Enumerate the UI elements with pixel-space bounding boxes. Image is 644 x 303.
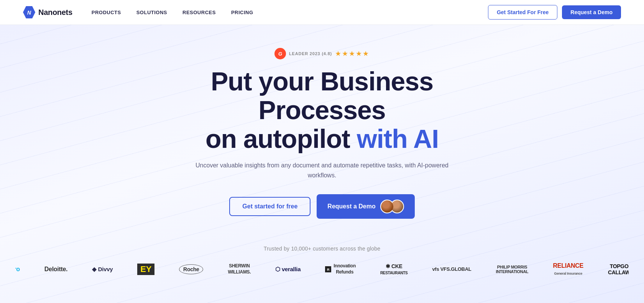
deloitte-logo: Deloitte. xyxy=(44,266,67,273)
avatar-group xyxy=(380,200,404,213)
list-item: RELIANCEGeneral Insurance xyxy=(541,262,596,276)
topgolf-logo: TOPGOLFCALLAWAY xyxy=(608,263,629,275)
reliance-logo: RELIANCEGeneral Insurance xyxy=(553,262,583,276)
ey-logo: EY xyxy=(137,264,154,275)
hero-subtitle: Uncover valuable insights from any docum… xyxy=(192,161,452,180)
hero-title: Put your Business Processes on autopilot… xyxy=(150,67,495,153)
hero-demo-label: Request a Demo xyxy=(327,203,375,210)
divvy-logo: ◆ Divvy xyxy=(92,266,113,273)
list-item: Roche xyxy=(167,264,215,274)
list-item: ◆ Divvy xyxy=(80,266,125,273)
navbar-left: N Nanonets PRODUCTS SOLUTIONS RESOURCES … xyxy=(23,6,253,18)
nav-solutions[interactable]: SOLUTIONS xyxy=(136,10,167,15)
logo-link[interactable]: N Nanonets xyxy=(23,6,72,18)
list-item: PHILIP MORRISINTERNATIONAL xyxy=(483,265,540,274)
get-started-free-button[interactable]: Get Started For Free xyxy=(488,5,557,20)
hero-content: G LEADER 2023 (4.8) ★★★★★ Put your Busin… xyxy=(150,48,495,234)
list-item: R InnovationRefunds xyxy=(313,263,368,275)
nav-links: PRODUCTS SOLUTIONS RESOURCES PRICING xyxy=(92,10,253,15)
logo-text: Nanonets xyxy=(38,8,72,17)
list-item: EY xyxy=(125,264,167,275)
logos-strip: xero Deloitte. ◆ Divvy EY Roche SHERWINW… xyxy=(15,262,629,276)
list-item: TOPGOLFCALLAWAY xyxy=(596,263,629,275)
roche-logo: Roche xyxy=(179,264,203,274)
list-item: Deloitte. xyxy=(32,266,80,273)
philipmorris-logo: PHILIP MORRISINTERNATIONAL xyxy=(496,265,528,274)
xero-logo: xero xyxy=(15,266,20,273)
list-item: ✱ CKERESTAURANTS xyxy=(368,263,420,275)
hero-section: G LEADER 2023 (4.8) ★★★★★ Put your Busin… xyxy=(0,25,644,303)
list-item: vfs VFS.GLOBAL xyxy=(420,266,483,272)
navbar: N Nanonets PRODUCTS SOLUTIONS RESOURCES … xyxy=(0,0,644,25)
avatar-image-1 xyxy=(381,200,393,213)
hero-title-line1: Put your Business Processes xyxy=(211,67,433,124)
svg-text:N: N xyxy=(27,10,31,16)
hero-title-ai: with AI xyxy=(357,124,439,153)
nav-products[interactable]: PRODUCTS xyxy=(92,10,121,15)
verallia-logo: ⬡ verallia xyxy=(275,266,301,273)
g2-badge: G LEADER 2023 (4.8) ★★★★★ xyxy=(274,48,370,59)
request-demo-button-nav[interactable]: Request a Demo xyxy=(562,5,621,19)
innovation-logo: R InnovationRefunds xyxy=(325,263,356,275)
nav-resources[interactable]: RESOURCES xyxy=(182,10,216,15)
navbar-right: Get Started For Free Request a Demo xyxy=(488,5,621,20)
hero-cta-buttons: Get started for free Request a Demo xyxy=(150,194,495,219)
hero-title-line2: on autopilot xyxy=(205,124,357,153)
svg-text:R: R xyxy=(327,268,330,272)
trusted-section: Trusted by 10,000+ customers across the … xyxy=(8,234,636,292)
hero-request-demo-button[interactable]: Request a Demo xyxy=(317,194,414,219)
list-item: xero xyxy=(15,266,32,273)
innovation-icon: R xyxy=(325,266,331,272)
hero-get-started-button[interactable]: Get started for free xyxy=(229,197,310,216)
g2-badge-label: LEADER 2023 (4.8) xyxy=(289,51,332,56)
nav-pricing[interactable]: PRICING xyxy=(231,10,253,15)
logo-icon: N xyxy=(23,6,35,18)
sherwin-logo: SHERWINWILLIAMS. xyxy=(228,263,251,275)
g2-logo-icon: G xyxy=(274,48,286,59)
list-item: ⬡ verallia xyxy=(263,266,313,273)
vfsglobal-logo: vfs VFS.GLOBAL xyxy=(432,266,471,272)
rating-stars: ★★★★★ xyxy=(335,49,370,58)
cke-logo: ✱ CKERESTAURANTS xyxy=(380,263,408,275)
trusted-text: Trusted by 10,000+ customers across the … xyxy=(15,246,629,252)
list-item: SHERWINWILLIAMS. xyxy=(215,263,263,275)
